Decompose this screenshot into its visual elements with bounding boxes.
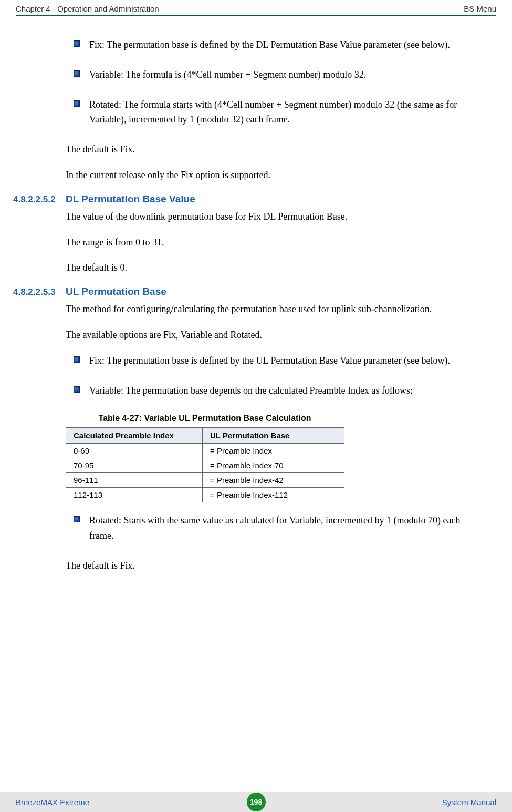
footer-right: System Manual: [266, 798, 497, 807]
main-content: Fix: The permutation base is defined by …: [0, 16, 512, 573]
bullet-text: Variable: The formula is (4*Cell number …: [89, 67, 483, 83]
paragraph: In the current release only the Fix opti…: [66, 168, 483, 183]
section-number: 4.8.2.2.5.2: [13, 194, 66, 205]
table-cell: = Preamble Index-70: [203, 458, 344, 473]
bullet-text: Rotated: Starts with the same value as c…: [89, 513, 483, 543]
table-row: 96-111 = Preamble Index-42: [66, 473, 344, 488]
list-item: Fix: The permutation base is defined by …: [74, 353, 483, 368]
permutation-table: Calculated Preamble Index UL Permutation…: [66, 427, 344, 502]
square-bullet-icon: [74, 356, 80, 363]
table-header-row: Calculated Preamble Index UL Permutation…: [66, 428, 344, 444]
table-cell: = Preamble Index-112: [203, 488, 344, 502]
bullet-text: Fix: The permutation base is defined by …: [89, 37, 483, 53]
table-cell: 112-113: [66, 488, 203, 502]
page-number-badge: 198: [247, 793, 266, 811]
bullet-text: Rotated: The formula starts with (4*Cell…: [89, 97, 483, 128]
table-cell: 70-95: [66, 458, 203, 473]
table-caption: Table 4-27: Variable UL Permutation Base…: [66, 414, 344, 423]
table-cell: 0-69: [66, 444, 203, 458]
table-cell: = Preamble Index-42: [203, 473, 344, 488]
list-item: Rotated: The formula starts with (4*Cell…: [74, 97, 483, 128]
table-row: 112-113 = Preamble Index-112: [66, 488, 344, 502]
table-cell: 96-111: [66, 473, 203, 488]
footer-left: BreezeMAX Extreme: [16, 798, 247, 807]
table-cell: = Preamble Index: [203, 444, 344, 458]
header-right: BS Menu: [464, 4, 496, 13]
table-row: 70-95 = Preamble Index-70: [66, 458, 344, 473]
paragraph: The range is from 0 to 31.: [66, 235, 483, 250]
list-item: Fix: The permutation base is defined by …: [74, 37, 483, 53]
footer-bar: BreezeMAX Extreme 198 System Manual: [0, 792, 512, 812]
paragraph: The method for configuring/calculating t…: [66, 302, 483, 317]
paragraph: The default is 0.: [66, 260, 483, 275]
table-header: UL Permutation Base: [203, 428, 344, 444]
paragraph: The default is Fix.: [66, 558, 483, 573]
square-bullet-icon: [74, 100, 80, 107]
square-bullet-icon: [74, 70, 80, 77]
paragraph: The default is Fix.: [66, 142, 483, 157]
bullet-text: Variable: The permutation base depends o…: [89, 383, 483, 398]
section-heading: 4.8.2.2.5.3 UL Permutation Base: [16, 286, 483, 297]
paragraph: The available options are Fix, Variable …: [66, 327, 483, 343]
square-bullet-icon: [74, 516, 80, 522]
table-row: 0-69 = Preamble Index: [66, 444, 344, 458]
section-title: DL Permutation Base Value: [66, 193, 195, 205]
section-number: 4.8.2.2.5.3: [13, 287, 66, 297]
section-heading: 4.8.2.2.5.2 DL Permutation Base Value: [16, 193, 483, 205]
section-title: UL Permutation Base: [66, 286, 166, 297]
page-footer: BreezeMAX Extreme 198 System Manual: [0, 792, 512, 812]
list-item: Rotated: Starts with the same value as c…: [74, 513, 483, 543]
page-number: 198: [250, 798, 262, 806]
square-bullet-icon: [74, 40, 80, 47]
list-item: Variable: The permutation base depends o…: [74, 383, 483, 398]
header-left: Chapter 4 - Operation and Administration: [16, 4, 159, 13]
table-header: Calculated Preamble Index: [66, 428, 203, 444]
paragraph: The value of the downlink permutation ba…: [66, 209, 483, 224]
page-header: Chapter 4 - Operation and Administration…: [0, 0, 512, 15]
bullet-text: Fix: The permutation base is defined by …: [89, 353, 483, 368]
square-bullet-icon: [74, 386, 80, 393]
list-item: Variable: The formula is (4*Cell number …: [74, 67, 483, 83]
